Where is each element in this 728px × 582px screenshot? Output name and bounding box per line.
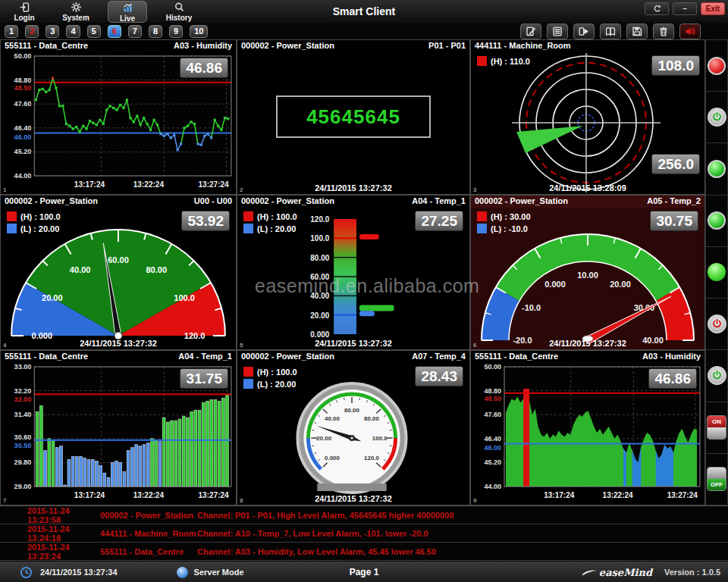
svg-text:20.00: 20.00: [42, 293, 63, 302]
nav-history[interactable]: History: [159, 1, 199, 23]
legend-row: (H) : 110.0: [477, 56, 530, 66]
rocker-switch-off[interactable]: OFF: [707, 467, 726, 491]
panel-5-thermo: 000002 - Power_StationA04 - Temp_1120.01…: [237, 195, 470, 350]
minimize-button[interactable]: –: [673, 2, 697, 15]
legend-row: (L) : 20.00: [7, 224, 61, 233]
rocker-top: ON: [708, 416, 726, 427]
alarm-time: 2015-11-24 13:24:18: [0, 524, 100, 543]
status-brand-group: easeMind Version : 1.0.5: [581, 567, 720, 578]
nav-label-live: Live: [120, 14, 135, 23]
sidebar-cell-1: [705, 39, 728, 92]
svg-text:50.00: 50.00: [14, 52, 32, 60]
alarm-row-1[interactable]: 2015-11-24 13:23:58000002 - Power_Statio…: [0, 506, 728, 524]
value-readout: 46.86: [648, 368, 697, 389]
svg-text:40.00: 40.00: [310, 292, 329, 300]
panel-station: 000002 - Power_Station: [475, 196, 568, 208]
legend-row: (L) : 20.00: [243, 379, 297, 389]
nav-live[interactable]: Live: [108, 1, 147, 23]
page-tabs: 12345678910: [5, 25, 208, 38]
green-indicator-button[interactable]: [708, 160, 726, 178]
legend-row: (L) : 20.00: [243, 224, 297, 233]
svg-text:13:27:24: 13:27:24: [198, 491, 229, 499]
save-button[interactable]: [626, 23, 648, 39]
value-readout: 27.25: [415, 211, 463, 231]
svg-text:80.00: 80.00: [364, 415, 379, 422]
run-panel-button[interactable]: [573, 23, 595, 39]
panel-channel: A07 - Temp_4: [412, 352, 466, 363]
svg-text:29.00: 29.00: [14, 483, 32, 490]
refresh-button[interactable]: [645, 2, 669, 15]
panel-channel: A05 - Temp_2: [647, 196, 701, 208]
alarm-time: 2015-11-24 13:23:58: [0, 506, 100, 524]
svg-text:40.00: 40.00: [70, 265, 91, 274]
panel-header: 000002 - Power_StationA04 - Temp_1: [237, 196, 469, 208]
panel-legend: (H) : 30.00(L) : -10.0: [477, 211, 531, 233]
trash-button[interactable]: [653, 23, 674, 39]
green-indicator-button[interactable]: [708, 211, 726, 230]
sound-button[interactable]: [679, 23, 701, 39]
svg-text:48.50: 48.50: [484, 395, 501, 402]
history-icon: [174, 2, 185, 14]
svg-text:60.00: 60.00: [108, 255, 129, 264]
red-power-button[interactable]: [708, 314, 726, 333]
green-led-indicator[interactable]: [708, 263, 726, 281]
legend-label: (H) : 110.0: [491, 57, 530, 66]
nav-login[interactable]: Login: [5, 1, 44, 23]
sidebar-cell-7: [705, 350, 728, 402]
tab-9[interactable]: 9: [169, 25, 183, 38]
alarm-row-2[interactable]: 2015-11-24 13:24:18444111 - Machine_Room…: [0, 524, 728, 543]
tab-5[interactable]: 5: [87, 25, 101, 38]
panel-channel: U00 - U00: [194, 196, 232, 208]
panel-channel: A03 - Humidity: [174, 41, 232, 52]
tab-3[interactable]: 3: [46, 25, 59, 38]
svg-text:30.50: 30.50: [14, 442, 32, 449]
tab-4[interactable]: 4: [66, 25, 80, 38]
nav-label-login: Login: [14, 14, 34, 22]
panel-station: 000002 - Power_Station: [5, 196, 98, 208]
edit-icon: [525, 26, 537, 37]
svg-text:29.80: 29.80: [14, 458, 32, 466]
legend-label: (L) : 20.00: [257, 380, 296, 389]
nav-system[interactable]: System: [56, 1, 96, 23]
svg-text:120.0: 120.0: [310, 215, 329, 224]
power-icon: [711, 318, 723, 330]
green-power-button[interactable]: [708, 108, 726, 127]
book-icon: [604, 26, 617, 37]
tab-10[interactable]: 10: [190, 25, 208, 38]
sidebar-cell-8: ON: [705, 402, 728, 454]
alarm-row-3[interactable]: 2015-11-24 13:23:24555111 - Data_CentreC…: [0, 543, 728, 561]
tab-7[interactable]: 7: [128, 25, 142, 38]
svg-text:46.00: 46.00: [14, 133, 32, 141]
rocker-switch-on[interactable]: ON: [707, 415, 726, 440]
red-indicator-button[interactable]: [708, 57, 726, 75]
svg-text:48.50: 48.50: [14, 84, 32, 92]
svg-text:10.00: 10.00: [577, 271, 598, 280]
legend-swatch: [243, 367, 253, 377]
legend-row: (H) : 100.0: [243, 211, 297, 221]
panel-station: 000002 - Power_Station: [241, 41, 334, 52]
status-bar: 24/11/2015 13:27:34 Server Mode Page 1 e…: [0, 562, 728, 582]
power-icon: [711, 369, 723, 382]
grid-list-button[interactable]: [547, 23, 568, 39]
exit-button[interactable]: Exit: [701, 2, 725, 15]
book-button[interactable]: [600, 23, 621, 39]
rocker-bottom: OFF: [708, 479, 726, 490]
green-power-button[interactable]: [708, 366, 726, 385]
tab-1[interactable]: 1: [5, 25, 18, 38]
edit-button[interactable]: [520, 23, 541, 39]
svg-text:60.00: 60.00: [344, 407, 359, 414]
panel-body: 4564564524/11/2015 13:27:32: [237, 52, 469, 194]
legend-swatch: [243, 224, 253, 233]
svg-text:46.40: 46.40: [14, 124, 32, 132]
tab-8[interactable]: 8: [149, 25, 162, 38]
panel-index: 4: [3, 342, 6, 349]
svg-text:100.0: 100.0: [174, 293, 195, 302]
svg-text:13:22:24: 13:22:24: [603, 491, 633, 499]
tab-2[interactable]: 2: [25, 25, 39, 38]
panel-timestamp: 24/11/2015 13:28:09: [471, 183, 704, 192]
sidebar-cell-3: [705, 143, 728, 195]
tab-6[interactable]: 6: [108, 25, 121, 38]
panel-body: 0.00020.0040.0060.0080.00100.0120.0(H) :…: [1, 207, 236, 349]
svg-text:0.000: 0.000: [544, 280, 566, 289]
panel-timestamp: 24/11/2015 13:27:32: [471, 339, 704, 348]
